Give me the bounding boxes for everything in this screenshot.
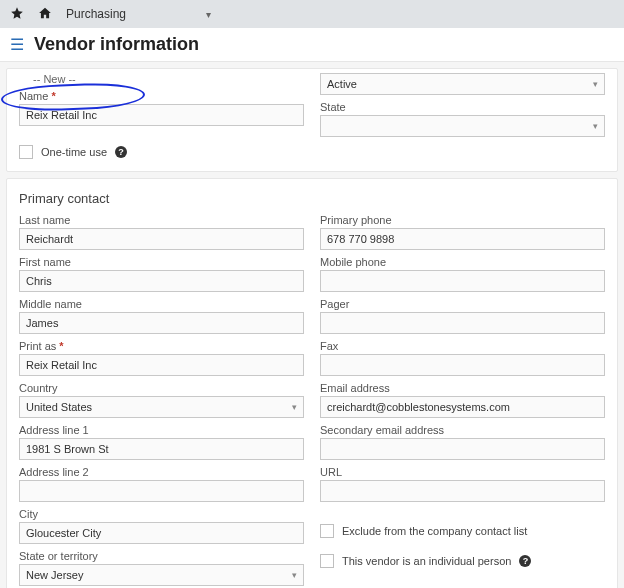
print-as-input[interactable] [19, 354, 304, 376]
individual-label: This vendor is an individual person [342, 555, 511, 567]
email-label: Email address [320, 382, 605, 394]
middle-name-input[interactable] [19, 312, 304, 334]
star-icon[interactable] [10, 6, 24, 23]
addr2-label: Address line 2 [19, 466, 304, 478]
fax-label: Fax [320, 340, 605, 352]
top-bar: Purchasing ▾ [0, 0, 624, 28]
vendor-name-input[interactable] [19, 104, 304, 126]
page-title: Vendor information [34, 34, 199, 55]
fax-input[interactable] [320, 354, 605, 376]
chevron-down-icon: ▾ [292, 402, 297, 412]
one-time-use-checkbox[interactable] [19, 145, 33, 159]
state-select[interactable]: New Jersey ▾ [19, 564, 304, 586]
home-icon[interactable] [38, 6, 52, 23]
module-label: Purchasing [66, 7, 126, 21]
primary-phone-label: Primary phone [320, 214, 605, 226]
sec-email-label: Secondary email address [320, 424, 605, 436]
addr2-input[interactable] [19, 480, 304, 502]
list-icon[interactable]: ☰ [10, 35, 24, 54]
contact-left-column: Last name First name Middle name Print a… [19, 214, 304, 588]
vendor-state-select[interactable]: ▾ [320, 115, 605, 137]
sec-email-input[interactable] [320, 438, 605, 460]
individual-checkbox[interactable] [320, 554, 334, 568]
exclude-row[interactable]: Exclude from the company contact list [320, 524, 605, 538]
country-select[interactable]: United States ▾ [19, 396, 304, 418]
first-name-label: First name [19, 256, 304, 268]
help-icon[interactable]: ? [519, 555, 531, 567]
exclude-label: Exclude from the company contact list [342, 525, 527, 537]
primary-contact-section: Primary contact Last name First name Mid… [6, 178, 618, 588]
last-name-input[interactable] [19, 228, 304, 250]
individual-row[interactable]: This vendor is an individual person ? [320, 554, 605, 568]
chevron-down-icon: ▾ [593, 79, 598, 89]
addr1-input[interactable] [19, 438, 304, 460]
primary-phone-input[interactable] [320, 228, 605, 250]
email-input[interactable] [320, 396, 605, 418]
mobile-label: Mobile phone [320, 256, 605, 268]
mobile-input[interactable] [320, 270, 605, 292]
state-territory-label: State or territory [19, 550, 304, 562]
vendor-id-new: -- New -- [19, 73, 304, 85]
last-name-label: Last name [19, 214, 304, 226]
state-value: New Jersey [26, 569, 83, 581]
url-label: URL [320, 466, 605, 478]
print-as-label: Print as [19, 340, 304, 352]
vendor-status-select[interactable]: Active ▾ [320, 73, 605, 95]
chevron-down-icon: ▾ [206, 9, 211, 20]
addr1-label: Address line 1 [19, 424, 304, 436]
name-label: Name [19, 90, 56, 102]
state-label: State [320, 101, 605, 113]
pager-label: Pager [320, 298, 605, 310]
url-input[interactable] [320, 480, 605, 502]
vendor-top-section: -- New -- Name Active ▾ State ▾ One-time… [6, 68, 618, 172]
help-icon[interactable]: ? [115, 146, 127, 158]
exclude-checkbox[interactable] [320, 524, 334, 538]
page-header: ☰ Vendor information [0, 28, 624, 62]
one-time-use-row[interactable]: One-time use ? [19, 145, 605, 159]
city-input[interactable] [19, 522, 304, 544]
one-time-use-label: One-time use [41, 146, 107, 158]
chevron-down-icon: ▾ [292, 570, 297, 580]
module-dropdown[interactable]: Purchasing ▾ [66, 7, 211, 21]
contact-right-column: Primary phone Mobile phone Pager Fax Ema… [320, 214, 605, 588]
vendor-status-value: Active [327, 78, 357, 90]
chevron-down-icon: ▾ [593, 121, 598, 131]
middle-name-label: Middle name [19, 298, 304, 310]
section-title: Primary contact [19, 187, 605, 214]
pager-input[interactable] [320, 312, 605, 334]
first-name-input[interactable] [19, 270, 304, 292]
country-value: United States [26, 401, 92, 413]
city-label: City [19, 508, 304, 520]
country-label: Country [19, 382, 304, 394]
